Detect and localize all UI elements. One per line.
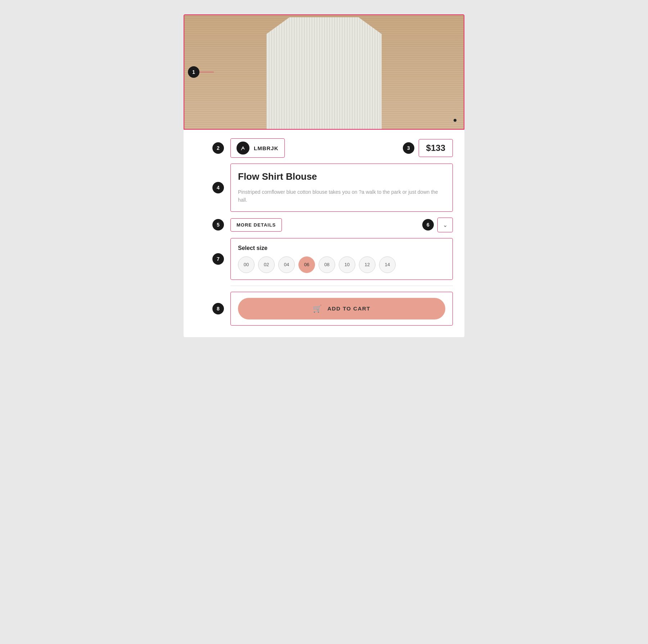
svg-point-0	[239, 144, 247, 152]
badge-6: 6	[422, 219, 434, 231]
size-option-10[interactable]: 10	[339, 256, 355, 273]
svg-line-4	[241, 149, 242, 150]
divider	[230, 286, 453, 286]
more-details-button[interactable]: MORE DETAILS	[230, 218, 282, 232]
size-option-02[interactable]: 02	[258, 256, 275, 273]
badge-1: 1	[188, 66, 199, 78]
brand-name: LMBRJK	[254, 145, 279, 151]
brand-price-section: 2 LMBRJK 3	[230, 138, 453, 158]
add-to-cart-button[interactable]: 🛒 ADD TO CART	[238, 298, 445, 319]
more-details-chevron[interactable]: ⌄	[437, 218, 453, 232]
price-box: $133	[419, 139, 453, 157]
brand-box[interactable]: LMBRJK	[230, 138, 285, 158]
size-option-14[interactable]: 14	[379, 256, 396, 273]
badge-4: 4	[212, 182, 224, 193]
product-title: Flow Shirt Blouse	[238, 171, 445, 182]
badge-5: 5	[212, 219, 224, 231]
page-wrapper: 1 2	[184, 14, 464, 337]
badge-7: 7	[212, 253, 224, 265]
badge-1-line	[199, 72, 214, 72]
chevron-down-icon: ⌄	[443, 222, 447, 228]
badge-8: 8	[212, 303, 224, 314]
size-selector-box: Select size 0002040608101214	[230, 238, 453, 280]
badge-2: 2	[212, 142, 224, 154]
size-selector-label: Select size	[238, 245, 445, 251]
badge-3: 3	[403, 142, 414, 154]
add-to-cart-label: ADD TO CART	[327, 305, 370, 312]
product-description: Pinstriped cornflower blue cotton blouse…	[238, 188, 445, 204]
size-option-00[interactable]: 00	[238, 256, 255, 273]
price-display: $133	[426, 143, 445, 153]
size-option-06[interactable]: 06	[298, 256, 315, 273]
size-option-08[interactable]: 08	[319, 256, 335, 273]
shirt-shape	[266, 17, 382, 129]
brand-logo	[237, 142, 249, 155]
size-option-12[interactable]: 12	[359, 256, 375, 273]
product-info-box: Flow Shirt Blouse Pinstriped cornflower …	[230, 164, 453, 212]
annotation-dot	[454, 119, 456, 122]
size-option-04[interactable]: 04	[278, 256, 295, 273]
size-options: 0002040608101214	[238, 256, 445, 273]
content-area: 2 LMBRJK 3	[184, 130, 464, 337]
add-to-cart-section: 🛒 ADD TO CART	[230, 292, 453, 326]
cart-icon: 🛒	[313, 304, 323, 313]
product-image	[184, 14, 464, 130]
